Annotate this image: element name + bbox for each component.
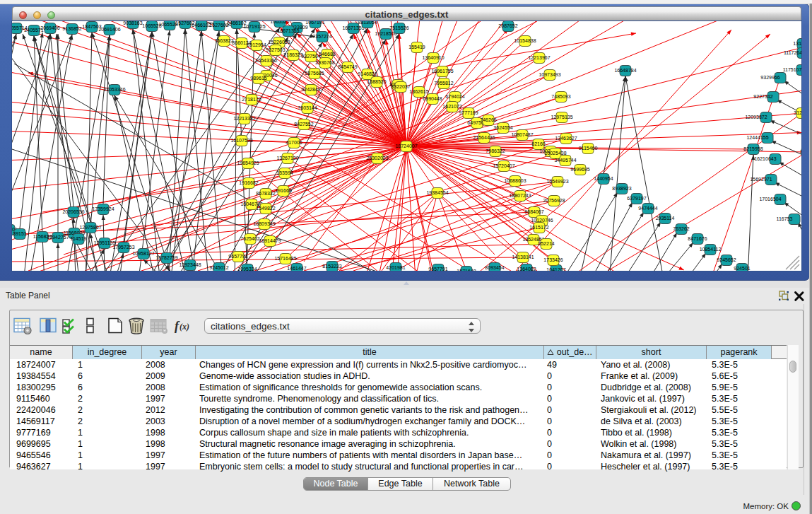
svg-text:763262: 763262 bbox=[673, 226, 689, 231]
svg-text:16210643: 16210643 bbox=[754, 156, 776, 161]
svg-text:62160: 62160 bbox=[531, 141, 546, 146]
svg-text:9699695: 9699695 bbox=[570, 167, 589, 172]
svg-text:20206536: 20206536 bbox=[62, 209, 84, 214]
svg-text:15226058: 15226058 bbox=[268, 40, 290, 45]
svg-text:8322037: 8322037 bbox=[391, 84, 410, 89]
svg-text:8093454: 8093454 bbox=[485, 265, 504, 270]
svg-text:155419: 155419 bbox=[408, 45, 425, 49]
svg-text:9146821: 9146821 bbox=[358, 71, 377, 76]
svg-text:12942757: 12942757 bbox=[47, 235, 69, 240]
svg-text:1615172: 1615172 bbox=[529, 225, 548, 230]
svg-text:7955812: 7955812 bbox=[434, 81, 453, 86]
svg-text:9038163: 9038163 bbox=[123, 21, 142, 25]
svg-text:7485093: 7485093 bbox=[551, 94, 570, 99]
svg-text:8454749: 8454749 bbox=[338, 64, 357, 69]
svg-text:12923448: 12923448 bbox=[179, 262, 201, 267]
svg-text:417006: 417006 bbox=[286, 140, 302, 145]
svg-text:14138141: 14138141 bbox=[512, 255, 534, 259]
svg-text:8678332: 8678332 bbox=[256, 191, 275, 196]
svg-text:12444155: 12444155 bbox=[746, 135, 768, 140]
svg-text:16782759: 16782759 bbox=[155, 255, 177, 260]
svg-text:10688603: 10688603 bbox=[504, 178, 526, 183]
svg-text:7625402: 7625402 bbox=[240, 236, 259, 241]
svg-text:8153233: 8153233 bbox=[322, 264, 341, 269]
svg-text:9684067: 9684067 bbox=[524, 209, 543, 214]
svg-text:16809349: 16809349 bbox=[253, 221, 275, 226]
svg-text:252214: 252214 bbox=[538, 241, 554, 246]
svg-text:153594: 153594 bbox=[276, 170, 293, 175]
svg-text:16914479: 16914479 bbox=[259, 238, 281, 243]
svg-text:1549822: 1549822 bbox=[256, 206, 275, 211]
svg-text:20691406: 20691406 bbox=[98, 27, 120, 32]
svg-text:2718170: 2718170 bbox=[242, 97, 261, 102]
svg-text:1571648: 1571648 bbox=[457, 269, 476, 271]
svg-text:21053346: 21053346 bbox=[103, 87, 125, 92]
svg-text:3624554: 3624554 bbox=[493, 125, 512, 130]
svg-text:13267130: 13267130 bbox=[276, 156, 298, 160]
svg-text:1175107: 1175107 bbox=[783, 67, 801, 72]
svg-text:25302023: 25302023 bbox=[366, 156, 388, 160]
svg-text:6990448: 6990448 bbox=[423, 96, 442, 101]
svg-text:9242848: 9242848 bbox=[301, 87, 320, 92]
svg-text:8471676: 8471676 bbox=[688, 236, 707, 241]
svg-text:18807243: 18807243 bbox=[509, 193, 531, 198]
svg-text:34495744: 34495744 bbox=[554, 158, 576, 163]
svg-text:1733426: 1733426 bbox=[543, 257, 563, 262]
svg-text:10807487: 10807487 bbox=[511, 132, 533, 137]
svg-text:12213382: 12213382 bbox=[233, 116, 255, 121]
svg-text:10154838: 10154838 bbox=[514, 38, 536, 43]
svg-text:2935114: 2935114 bbox=[656, 216, 675, 221]
svg-text:6794024: 6794024 bbox=[445, 94, 464, 99]
svg-text:1362615: 1362615 bbox=[409, 89, 428, 94]
svg-text:16648784: 16648784 bbox=[614, 68, 636, 73]
svg-text:2069406: 2069406 bbox=[40, 25, 59, 30]
svg-text:924501: 924501 bbox=[734, 266, 750, 271]
svg-text:39151: 39151 bbox=[13, 231, 27, 236]
svg-text:9327503: 9327503 bbox=[266, 47, 285, 52]
svg-text:9115460: 9115460 bbox=[579, 146, 598, 151]
svg-text:7986322: 7986322 bbox=[486, 148, 505, 153]
svg-text:7603144: 7603144 bbox=[298, 105, 317, 110]
svg-text:10958127: 10958127 bbox=[132, 251, 154, 256]
svg-text:16671355: 16671355 bbox=[277, 28, 299, 33]
svg-text:5875685: 5875685 bbox=[305, 71, 324, 76]
svg-text:(x): (x) bbox=[180, 322, 189, 332]
svg-text:6379197: 6379197 bbox=[627, 196, 646, 201]
svg-text:9777169: 9777169 bbox=[459, 110, 478, 115]
svg-text:1312546: 1312546 bbox=[793, 41, 801, 46]
svg-text:8813054: 8813054 bbox=[358, 21, 377, 25]
svg-text:16549923: 16549923 bbox=[546, 179, 568, 184]
svg-text:12975867: 12975867 bbox=[79, 225, 101, 230]
svg-text:4201981: 4201981 bbox=[386, 265, 405, 270]
svg-text:10973493: 10973493 bbox=[539, 72, 560, 77]
svg-text:546688: 546688 bbox=[319, 52, 335, 57]
svg-text:1621072: 1621072 bbox=[442, 104, 461, 109]
svg-text:1117264: 1117264 bbox=[784, 50, 801, 55]
svg-text:12093872: 12093872 bbox=[745, 115, 767, 119]
svg-text:19654925: 19654925 bbox=[237, 160, 259, 165]
svg-text:1588520: 1588520 bbox=[367, 79, 386, 84]
svg-text:6466102: 6466102 bbox=[192, 23, 211, 28]
svg-text:17016504: 17016504 bbox=[759, 197, 781, 201]
svg-text:114519: 114519 bbox=[71, 236, 87, 241]
svg-text:9327504: 9327504 bbox=[301, 54, 320, 59]
svg-text:84621: 84621 bbox=[800, 149, 801, 154]
svg-text:2095334: 2095334 bbox=[237, 267, 257, 271]
svg-text:8215958: 8215958 bbox=[743, 146, 763, 151]
svg-text:20756928: 20756928 bbox=[543, 198, 565, 203]
svg-text:7357274: 7357274 bbox=[312, 34, 331, 39]
svg-text:16961755: 16961755 bbox=[431, 69, 453, 74]
svg-text:16107533: 16107533 bbox=[230, 138, 252, 143]
svg-text:10719125: 10719125 bbox=[243, 24, 265, 29]
svg-text:2936768: 2936768 bbox=[315, 60, 334, 65]
svg-text:191668: 191668 bbox=[275, 188, 291, 193]
svg-text:12975135: 12975135 bbox=[551, 115, 572, 119]
svg-text:8912954: 8912954 bbox=[247, 42, 266, 47]
svg-text:746266: 746266 bbox=[480, 117, 496, 122]
svg-text:1067191: 1067191 bbox=[305, 21, 324, 25]
svg-text:16671355: 16671355 bbox=[342, 25, 364, 30]
svg-text:8427552: 8427552 bbox=[294, 122, 313, 127]
svg-text:1440954: 1440954 bbox=[594, 176, 613, 181]
svg-text:17957253: 17957253 bbox=[112, 245, 134, 250]
svg-text:116753: 116753 bbox=[777, 216, 793, 221]
